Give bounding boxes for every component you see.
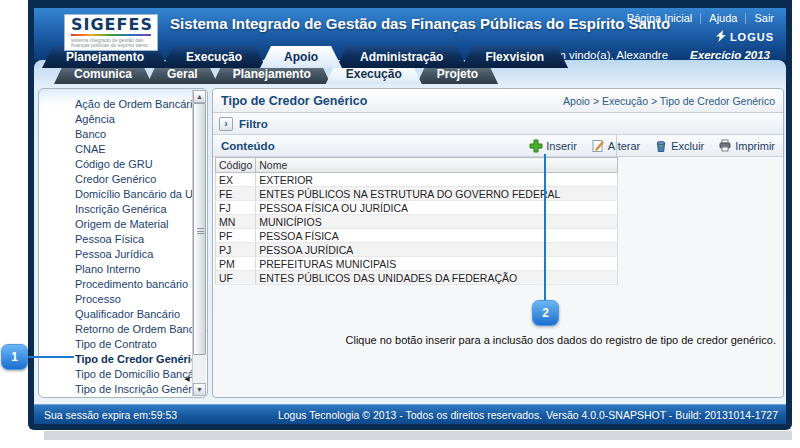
table-row[interactable]: PFPESSOA FÍSICA: [216, 229, 618, 243]
sidebar-item-retorno-de-ordem-bancaria[interactable]: Retorno de Ordem Bancária: [39, 322, 207, 337]
cell-name: ENTES PÚBLICOS DAS UNIDADES DA FEDERAÇÃO: [256, 271, 618, 285]
filter-bar: › Filtro: [213, 113, 783, 135]
sidebar-item-agencia[interactable]: Agência: [39, 112, 207, 127]
sigefes-logo-rainbow-bar: [71, 34, 151, 36]
cell-name: EXTERIOR: [256, 173, 618, 187]
cell-code: UF: [216, 271, 256, 285]
panel-title-bar: Tipo de Credor Genérico Apoio > Execução…: [213, 89, 783, 113]
session-timer: Sua sessão expira em:59:53: [44, 409, 177, 421]
logus-bolt-icon: [715, 30, 728, 44]
logus-brand-label: LOGUS: [730, 31, 774, 43]
cell-code: PJ: [216, 243, 256, 257]
filter-label: Filtro: [239, 118, 268, 130]
table-row[interactable]: FJPESSOA FÍSICA OU JURÍDICA: [216, 201, 618, 215]
toolbar-button-label: Alterar: [608, 140, 640, 152]
cell-code: FE: [216, 187, 256, 201]
cell-code: FJ: [216, 201, 256, 215]
grid-header: CódigoNome: [216, 158, 618, 173]
sidebar-item-banco[interactable]: Banco: [39, 127, 207, 142]
toolbar-button-imprimir[interactable]: Imprimir: [718, 139, 775, 153]
cell-code: PF: [216, 229, 256, 243]
sigefes-logo: SIGEFES sistema integrado de gestão das …: [64, 14, 158, 51]
filter-expand-button[interactable]: ›: [219, 117, 233, 131]
cell-name: PESSOA JURÍDICA: [256, 243, 618, 257]
sidebar-item-qualificador-bancario[interactable]: Qualificador Bancário: [39, 307, 207, 322]
version-text: Versão 4.0.0-SNAPSHOT - Build: 20131014-…: [546, 409, 778, 421]
header-link-ajuda[interactable]: Ajuda: [709, 12, 737, 24]
app-window: SIGEFES sistema integrado de gestão das …: [28, 0, 792, 430]
print-printer-icon: [718, 139, 732, 153]
table-row[interactable]: PMPREFEITURAS MUNICIPAIS: [216, 257, 618, 271]
sidebar-panel: Ação de Ordem BancáriaAgênciaBancoCNAECó…: [38, 88, 208, 398]
sigefes-logo-text: SIGEFES: [71, 17, 151, 33]
sidebar-item-inscricao-generica[interactable]: Inscrição Genérica: [39, 202, 207, 217]
grid-column-header-codigo[interactable]: Código: [216, 158, 256, 173]
toolbar-button-inserir[interactable]: Inserir: [529, 139, 577, 153]
table-row[interactable]: FEENTES PÚBLICOS NA ESTRUTURA DO GOVERNO…: [216, 187, 618, 201]
table-row[interactable]: MNMUNICÍPIOS: [216, 215, 618, 229]
sidebar-item-tipo-de-contrato[interactable]: Tipo de Contrato: [39, 337, 207, 352]
sidebar-hscroll-left-button[interactable]: ◀: [182, 373, 192, 385]
cell-name: PREFEITURAS MUNICIPAIS: [256, 257, 618, 271]
cell-name: PESSOA FÍSICA: [256, 229, 618, 243]
sidebar-item-pessoa-fisica[interactable]: Pessoa Física: [39, 232, 207, 247]
table-row[interactable]: UFENTES PÚBLICOS DAS UNIDADES DA FEDERAÇ…: [216, 271, 618, 285]
cell-name: PESSOA FÍSICA OU JURÍDICA: [256, 201, 618, 215]
content-bar-divider: [616, 135, 617, 157]
delete-trash-icon: [654, 139, 668, 153]
grid-column-header-nome[interactable]: Nome: [256, 158, 618, 173]
callout-line-1: [26, 356, 74, 358]
menu-tab-apoio[interactable]: Apoio: [260, 46, 342, 68]
sidebar-item-domicilio-bancario-da-ug[interactable]: Domicílio Bancário da UG: [39, 187, 207, 202]
scrollbar-thumb[interactable]: [193, 103, 206, 355]
toolbar-button-label: Imprimir: [735, 140, 775, 152]
window-shadow: [44, 431, 792, 440]
header: SIGEFES sistema integrado de gestão das …: [34, 8, 786, 60]
link-separator: [700, 13, 701, 24]
sigefes-logo-tagline: sistema integrado de gestão das finanças…: [71, 38, 153, 49]
toolbar-button-label: Excluir: [671, 140, 704, 152]
sidebar-item-tipo-de-credor-generico[interactable]: Tipo de Credor Genérico: [39, 352, 207, 367]
sidebar-item-processo[interactable]: Processo: [39, 292, 207, 307]
menu-tab-execucao[interactable]: Execução: [162, 46, 266, 68]
menu-tab-flexvision[interactable]: Flexvision: [461, 46, 568, 68]
scroll-down-button[interactable]: ▼: [193, 383, 206, 396]
toolbar: InserirAlterarExcluirImprimir: [529, 139, 775, 153]
breadcrumb: Apoio > Execução > Tipo de Credor Genéri…: [563, 95, 775, 107]
cell-code: EX: [216, 173, 256, 187]
insert-plus-icon: [529, 139, 543, 153]
table-row[interactable]: EXEXTERIOR: [216, 173, 618, 187]
logus-brand: LOGUS: [715, 30, 774, 44]
menu-tab-administracao[interactable]: Administração: [336, 46, 467, 68]
sidebar-item-credor-generico[interactable]: Credor Genérico: [39, 172, 207, 187]
sidebar-item-origem-de-material[interactable]: Origem de Material: [39, 217, 207, 232]
sidebar-item-cnae[interactable]: CNAE: [39, 142, 207, 157]
app-title: Sistema Integrado de Gestão das Finanças…: [170, 15, 670, 32]
header-link-sair[interactable]: Sair: [754, 12, 774, 24]
scroll-up-button[interactable]: ▲: [193, 90, 206, 103]
sidebar-scrollbar[interactable]: ▲ ▼: [192, 90, 206, 396]
sidebar-item-plano-interno[interactable]: Plano Interno: [39, 262, 207, 277]
callout-badge-2: 2: [532, 300, 559, 326]
toolbar-button-label: Inserir: [546, 140, 577, 152]
cell-name: ENTES PÚBLICOS NA ESTRUTURA DO GOVERNO F…: [256, 187, 618, 201]
sidebar-item-pessoa-juridica[interactable]: Pessoa Jurídica: [39, 247, 207, 262]
sidebar-menu: Ação de Ordem BancáriaAgênciaBancoCNAECó…: [39, 89, 207, 397]
toolbar-button-excluir[interactable]: Excluir: [654, 139, 704, 153]
sidebar-item-procedimento-bancario[interactable]: Procedimento bancário: [39, 277, 207, 292]
header-link-pagina-inicial[interactable]: Página Inicial: [627, 12, 692, 24]
main-panel: Tipo de Credor Genérico Apoio > Execução…: [212, 88, 784, 398]
top-links: Página InicialAjudaSair: [627, 12, 774, 24]
cell-name: MUNICÍPIOS: [256, 215, 618, 229]
exercise-year: Exercício 2013: [690, 49, 770, 61]
callout-line-2: [544, 154, 546, 300]
cell-code: PM: [216, 257, 256, 271]
sidebar-item-acao-de-ordem-bancaria[interactable]: Ação de Ordem Bancária: [39, 97, 207, 112]
footer-bar: Sua sessão expira em:59:53 Logus Tecnolo…: [34, 404, 786, 424]
cell-code: MN: [216, 215, 256, 229]
sidebar-item-codigo-de-gru[interactable]: Código de GRU: [39, 157, 207, 172]
table-row[interactable]: PJPESSOA JURÍDICA: [216, 243, 618, 257]
data-grid: CódigoNome EXEXTERIORFEENTES PÚBLICOS NA…: [215, 157, 618, 285]
link-separator: [745, 13, 746, 24]
page-title: Tipo de Credor Genérico: [221, 94, 367, 108]
